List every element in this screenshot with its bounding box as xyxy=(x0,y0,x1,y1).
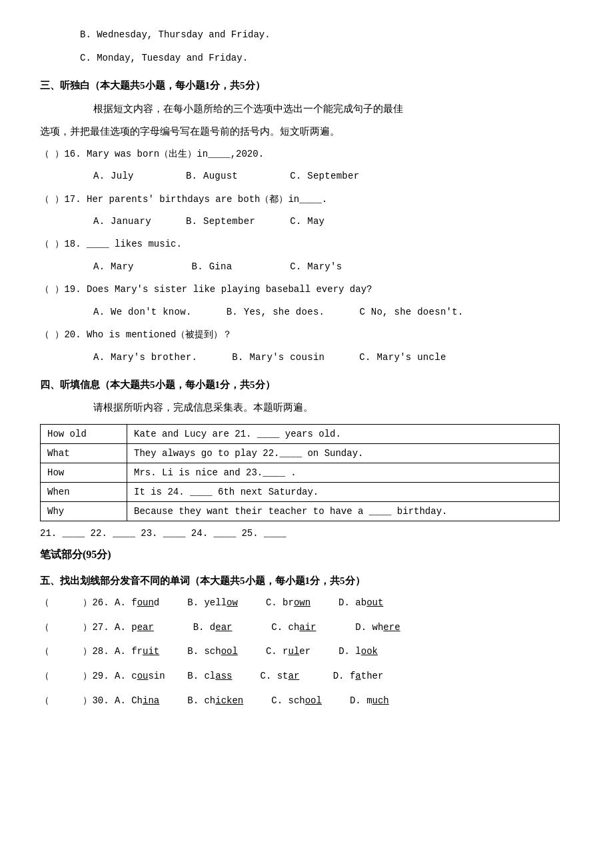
q27-b-under: ear xyxy=(215,622,232,633)
q27-a-rest: B. d xyxy=(154,622,215,633)
q26-d-under: out xyxy=(366,597,383,608)
q30-b-under: icken xyxy=(215,695,243,706)
q28-c-rest: er D. l xyxy=(299,646,360,657)
q27-paren: （ ）27. A. p xyxy=(40,622,137,633)
table-key-cell: When xyxy=(41,482,127,501)
q28-d-under: ook xyxy=(361,646,378,657)
option-c-line: C. Monday, Tuesday and Friday. xyxy=(40,50,573,67)
q19-c: C No, she doesn't. xyxy=(359,307,463,317)
q20-stem: （ ）20. Who is mentioned（被提到）？ xyxy=(40,326,573,344)
section5-title: 五、找出划线部分发音不同的单词（本大题共5小题，每小题1分，共5分） xyxy=(40,571,573,591)
table-key-cell: What xyxy=(41,443,127,463)
q29-d-under: a xyxy=(355,671,360,681)
q30-b-rest: C. sch xyxy=(243,695,305,706)
q17-c: C. May xyxy=(290,216,324,227)
section3-instruction2: 选项，并把最佳选项的字母编号写在题号前的括号内。短文听两遍。 xyxy=(40,122,573,141)
q30-line: （ ）30. A. China B. chicken C. school D. … xyxy=(40,692,573,710)
q26-b-rest: C. br xyxy=(238,597,294,608)
q26-a-under: oun xyxy=(137,597,154,608)
q16-a: A. July xyxy=(93,171,134,181)
table-value-cell: They always go to play 22.____ on Sunday… xyxy=(127,443,560,463)
table-value-cell: It is 24. ____ 6th next Saturday. xyxy=(127,482,560,501)
q29-d-rest: ther xyxy=(361,671,384,681)
q29-line: （ ）29. A. cousin B. class C. star D. fat… xyxy=(40,667,573,685)
written-section-title: 笔试部分(95分) xyxy=(40,548,573,562)
q29-paren: （ ）29. A. c xyxy=(40,671,137,681)
q27-b-rest: C. ch xyxy=(232,622,299,633)
q28-paren: （ ）28. A. fr xyxy=(40,646,143,657)
q29-b-rest: C. st xyxy=(232,671,288,681)
q27-c-under: air xyxy=(299,622,316,633)
q28-b-under: ool xyxy=(221,646,238,657)
q16-stem: （ ）16. Mary was born（出生）in____,2020. xyxy=(40,145,573,163)
q30-c-under: ool xyxy=(305,695,322,706)
q19-options: A. We don't know. B. Yes, she does. C No… xyxy=(40,304,573,321)
q20-a: A. Mary's brother. xyxy=(93,352,197,363)
section4-instruction: 请根据所听内容，完成信息采集表。本题听两遍。 xyxy=(40,398,573,417)
q28-line: （ ）28. A. fruit B. school C. ruler D. lo… xyxy=(40,643,573,661)
q30-a-under: ina xyxy=(143,695,159,706)
table-key-cell: How old xyxy=(41,424,127,443)
q18-c: C. Mary's xyxy=(290,261,342,272)
q26-c-rest: D. ab xyxy=(310,597,366,608)
info-table: How oldKate and Lucy are 21. ____ years … xyxy=(40,424,560,521)
table-value-cell: Because they want their teacher to have … xyxy=(127,501,560,521)
q16-b: B. August xyxy=(186,171,238,181)
q29-a-under: ou xyxy=(137,671,149,681)
q28-b-rest: C. r xyxy=(238,646,289,657)
table-key-cell: Why xyxy=(41,501,127,521)
q26-b-under: ow xyxy=(227,597,238,608)
q19-b: B. Yes, she does. xyxy=(227,307,325,317)
table-value-cell: Mrs. Li is nice and 23.____ . xyxy=(127,463,560,482)
q26-paren: （ ）26. A. f xyxy=(40,597,137,608)
q30-d-under: uch xyxy=(372,695,389,706)
q19-stem: （ ）19. Does Mary's sister like playing b… xyxy=(40,281,573,299)
q17-options: A. January B. September C. May xyxy=(40,213,573,230)
q28-c-under: ul xyxy=(289,646,300,657)
q30-a-rest: B. ch xyxy=(159,695,215,706)
table-value-cell: Kate and Lucy are 21. ____ years old. xyxy=(127,424,560,443)
q18-stem: （ ）18. ____ likes music. xyxy=(40,235,573,253)
section3-title: 三、听独白（本大题共5小题，每小题1分，共5分） xyxy=(40,76,573,95)
q29-c-under: ar xyxy=(289,671,300,681)
q18-b: B. Gina xyxy=(192,261,233,272)
q29-b-under: ass xyxy=(215,671,232,681)
section3-instruction1: 根据短文内容，在每小题所给的三个选项中选出一个能完成句子的最佳 xyxy=(40,99,573,119)
q27-a-under: ear xyxy=(137,622,154,633)
q27-d-under: ere xyxy=(383,622,400,633)
table-key-cell: How xyxy=(41,463,127,482)
q28-a-under: uit xyxy=(143,646,159,657)
q27-line: （ ）27. A. pear B. dear C. chair D. where xyxy=(40,619,573,637)
q16-options: A. July B. August C. September xyxy=(40,168,573,185)
q26-a-rest: d B. yell xyxy=(154,597,227,608)
answers-row: 21. ____ 22. ____ 23. ____ 24. ____ 25. … xyxy=(40,528,573,539)
q17-a: A. January xyxy=(93,216,151,227)
q20-c: C. Mary's uncle xyxy=(359,352,446,363)
q29-a-rest: sin B. cl xyxy=(148,671,215,681)
q18-a: A. Mary xyxy=(93,261,134,272)
q28-a-rest: B. sch xyxy=(159,646,221,657)
section4-title: 四、听填信息（本大题共5小题，每小题1分，共5分） xyxy=(40,375,573,395)
option-b-line: B. Wednesday, Thursday and Friday. xyxy=(40,27,573,43)
q20-b: B. Mary's cousin xyxy=(232,352,324,363)
q26-line: （ ）26. A. found B. yellow C. brown D. ab… xyxy=(40,594,573,612)
q17-stem: （ ）17. Her parents' birthdays are both（都… xyxy=(40,191,573,209)
q30-paren: （ ）30. A. Ch xyxy=(40,695,143,706)
q17-b: B. September xyxy=(186,216,255,227)
q19-a: A. We don't know. xyxy=(93,307,192,317)
q18-options: A. Mary B. Gina C. Mary's xyxy=(40,259,573,275)
q30-c-rest: D. m xyxy=(322,695,372,706)
q16-c: C. September xyxy=(290,171,359,181)
q27-c-rest: D. wh xyxy=(316,622,384,633)
q26-c-under: own xyxy=(294,597,310,608)
q20-options: A. Mary's brother. B. Mary's cousin C. M… xyxy=(40,349,573,366)
q29-c-rest: D. f xyxy=(299,671,355,681)
